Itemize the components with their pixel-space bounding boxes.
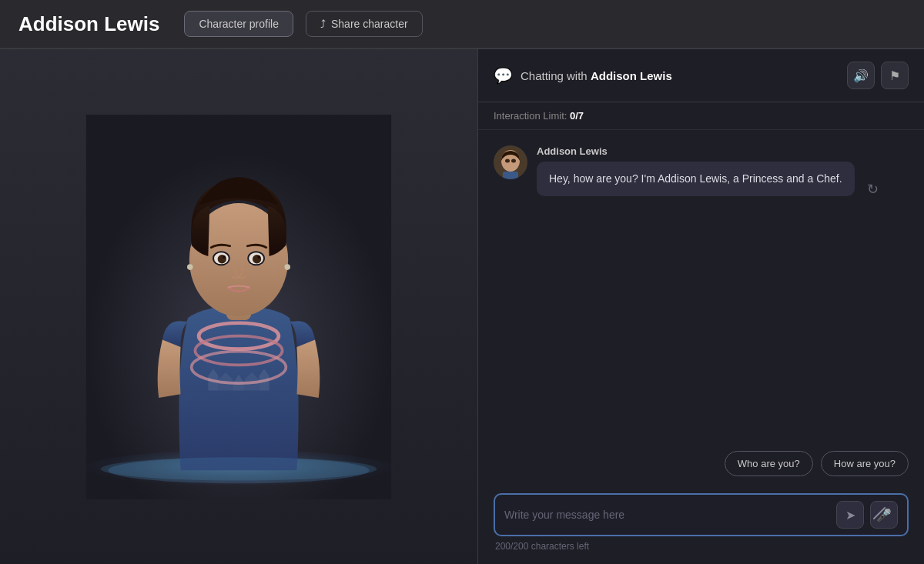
chars-left: 200/200 characters left [494, 536, 909, 559]
chat-input-wrapper: ➤ 🎤 [494, 493, 909, 536]
svg-point-16 [187, 264, 193, 270]
message-bubble-row: Hey, how are you? I'm Addison Lewis, a P… [537, 162, 909, 202]
suggestion-who-are-you[interactable]: Who are you? [725, 451, 813, 476]
send-icon: ➤ [845, 508, 855, 522]
page-title: Addison Lewis [18, 12, 159, 36]
report-icon: ⚑ [889, 68, 900, 83]
mic-button[interactable]: 🎤 [870, 501, 898, 529]
suggestion-how-are-you[interactable]: How are you? [821, 451, 909, 476]
svg-point-17 [284, 264, 290, 270]
chat-messages: Addison Lewis Hey, how are you? I'm Addi… [478, 130, 924, 442]
chat-panel: 💬 Chatting with Addison Lewis 🔊 ⚑ Intera… [477, 49, 924, 564]
svg-point-22 [511, 159, 516, 163]
svg-point-21 [505, 159, 510, 163]
main-layout: 💬 Chatting with Addison Lewis 🔊 ⚑ Intera… [0, 49, 924, 564]
message-row: Addison Lewis Hey, how are you? I'm Addi… [494, 145, 909, 202]
svg-rect-23 [503, 172, 518, 179]
chat-bubble-icon: 💬 [494, 66, 513, 85]
sound-button[interactable]: 🔊 [847, 62, 875, 89]
message-sender: Addison Lewis [537, 145, 909, 157]
app-header: Addison Lewis Character profile ⤴ Share … [0, 0, 924, 48]
character-illustration [77, 115, 400, 499]
report-button[interactable]: ⚑ [881, 62, 909, 89]
svg-point-14 [223, 255, 226, 259]
avatar-image [494, 145, 527, 179]
chat-header-controls: 🔊 ⚑ [847, 62, 909, 89]
sound-icon: 🔊 [853, 68, 869, 83]
send-button[interactable]: ➤ [836, 501, 864, 529]
chat-input-area: ➤ 🎤 200/200 characters left [478, 486, 924, 564]
mic-icon: 🎤 [876, 508, 892, 522]
chat-header-left: 💬 Chatting with Addison Lewis [494, 66, 672, 85]
message-input[interactable] [504, 509, 830, 521]
chat-header: 💬 Chatting with Addison Lewis 🔊 ⚑ [478, 49, 924, 102]
chatting-with-label: Chatting with Addison Lewis [521, 69, 672, 82]
suggestion-area: Who are you? How are you? [478, 442, 924, 486]
svg-point-15 [258, 255, 261, 259]
refresh-button[interactable]: ↻ [861, 177, 886, 202]
message-bubble: Hey, how are you? I'm Addison Lewis, a P… [537, 162, 855, 196]
tab-character-profile[interactable]: Character profile [184, 11, 293, 37]
character-panel [0, 49, 477, 564]
tab-share-character[interactable]: ⤴ Share character [306, 11, 423, 37]
share-icon: ⤴ [320, 18, 326, 30]
interaction-limit-bar: Interaction Limit: 0/7 [478, 102, 924, 130]
character-container [0, 49, 477, 564]
svg-point-18 [101, 457, 377, 480]
avatar [494, 145, 527, 179]
message-content: Addison Lewis Hey, how are you? I'm Addi… [537, 145, 909, 202]
